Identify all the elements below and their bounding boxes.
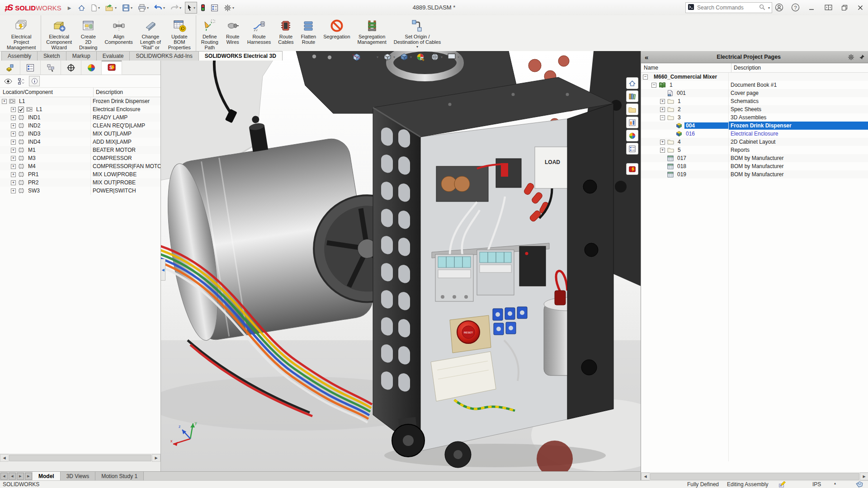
- tree-item-description[interactable]: Cover page: [728, 89, 868, 97]
- tree-item-description[interactable]: BOM by Manufacturer: [728, 162, 868, 170]
- redo-button[interactable]: ▾: [169, 2, 183, 13]
- ribbon-button-route-cables[interactable]: Route Cables: [274, 17, 297, 45]
- tree-row-1-document-book-1[interactable]: −1Document Book #1: [641, 81, 868, 89]
- tree-row-m3-compressor[interactable]: +M3COMPRESSOR: [0, 154, 160, 162]
- tree-row-3-3d-assemblies[interactable]: −33D Assemblies: [641, 113, 868, 122]
- scroll-right-arrow-icon[interactable]: ▶: [152, 454, 160, 462]
- settings-gear-button[interactable]: ▾: [222, 2, 236, 14]
- minimize-button[interactable]: [804, 0, 819, 15]
- tree-item-name[interactable]: IND2: [27, 122, 42, 129]
- tree-row-004-frozen-drink-dispenser[interactable]: 004Frozen Drink Dispenser: [641, 122, 868, 130]
- expand-toggle-icon[interactable]: +: [11, 188, 16, 193]
- property-manager-tab-tab[interactable]: [41, 61, 61, 75]
- tree-item-name[interactable]: L1: [18, 98, 26, 104]
- electrical-manager-tab-tab[interactable]: S: [102, 61, 122, 75]
- ribbon-button-flatten-route[interactable]: Flatten Route: [297, 17, 320, 45]
- tab-solidworks-electrical-3d[interactable]: SOLIDWORKS Electrical 3D: [198, 51, 283, 61]
- tab-3d-views[interactable]: 3D Views: [61, 472, 95, 481]
- ribbon-button-segregation[interactable]: Segregation: [320, 17, 354, 40]
- tree-item-name[interactable]: 001: [675, 90, 687, 96]
- scrollbar-thumb[interactable]: [650, 473, 859, 480]
- tree-row-ind3-mix-out-lamp[interactable]: +IND3MIX OUT|LAMP: [0, 130, 160, 138]
- column-name[interactable]: Name: [641, 63, 731, 72]
- tree-item-description[interactable]: [728, 73, 868, 81]
- right-panel-horizontal-scrollbar[interactable]: ◀ ▶: [641, 472, 868, 480]
- tab-markup[interactable]: Markup: [66, 51, 97, 61]
- restore-window-button[interactable]: [837, 0, 852, 15]
- tree-item-description[interactable]: Frozen Drink Dispenser: [728, 122, 868, 130]
- panel-splitter-handle[interactable]: ◀: [160, 259, 165, 281]
- tree-item-name[interactable]: 019: [676, 171, 688, 178]
- ribbon-button-align-components[interactable]: Align Components: [101, 17, 136, 45]
- tree-display-button[interactable]: [16, 76, 27, 86]
- tree-item-description[interactable]: 3D Assemblies: [728, 113, 868, 122]
- apply-scene-button[interactable]: ▾: [430, 52, 443, 62]
- tag-icon[interactable]: [856, 481, 863, 488]
- tab-model[interactable]: Model: [33, 472, 61, 481]
- tree-item-name[interactable]: SW3: [27, 188, 41, 194]
- design-library-tab[interactable]: [626, 90, 638, 102]
- tree-row-m1-beater-motor[interactable]: +M1BEATER MOTOR: [0, 146, 160, 154]
- tree-item-description[interactable]: BEATER MOTOR: [90, 146, 160, 154]
- expand-toggle-icon[interactable]: +: [660, 99, 665, 104]
- previous-view-button[interactable]: [338, 52, 348, 62]
- tree-item-name[interactable]: PR2: [27, 179, 40, 186]
- tree-item-description[interactable]: MIX OUT|LAMP: [90, 130, 160, 138]
- expand-toggle-icon[interactable]: +: [11, 148, 16, 153]
- ribbon-button-electrical-component[interactable]: Electrical Component Wizard: [42, 17, 75, 51]
- units-caret-icon[interactable]: ▴: [834, 481, 836, 485]
- tab-assembly[interactable]: Assembly: [1, 51, 38, 61]
- expand-toggle-icon[interactable]: +: [11, 123, 16, 128]
- expand-toggle-icon[interactable]: +: [660, 148, 665, 153]
- appearances-tab[interactable]: [626, 130, 638, 141]
- tree-item-name[interactable]: M1: [27, 147, 37, 153]
- tree-row-m660-commercial-mixer-item[interactable]: −M660_Commercial Mixer: [641, 73, 868, 81]
- tree-item-description[interactable]: READY LAMP: [90, 113, 160, 122]
- zoom-to-area-button[interactable]: [324, 52, 334, 62]
- gear-icon[interactable]: [845, 54, 857, 61]
- tree-item-description[interactable]: Document Book #1: [728, 81, 868, 89]
- expand-toggle-icon[interactable]: +: [11, 172, 16, 177]
- tab-scroll-first-button[interactable]: ◀: [0, 473, 8, 480]
- section-view-button[interactable]: [352, 52, 362, 62]
- flyout-caret-icon[interactable]: ▾: [416, 45, 418, 49]
- scroll-left-arrow-icon[interactable]: ◀: [641, 473, 650, 480]
- ribbon-button-change-length-of[interactable]: Change Length of "Rail" or "Duct": [137, 17, 165, 56]
- zoom-to-fit-button[interactable]: [310, 52, 320, 62]
- tree-item-description[interactable]: Frozen Drink Dispenser: [90, 97, 160, 105]
- tree-item-name[interactable]: 016: [684, 131, 696, 137]
- select-cursor-button[interactable]: ▾: [185, 2, 197, 14]
- tree-item-name[interactable]: IND3: [27, 131, 42, 137]
- open-button[interactable]: ▾: [104, 2, 118, 14]
- tree-row-pr1-mix-low-probe[interactable]: +PR1MIX LOW|PROBE: [0, 170, 160, 178]
- tree-row-l1-frozen-drink-dispenser[interactable]: +L1Frozen Drink Dispenser: [0, 97, 160, 105]
- feature-manager-tab-tab[interactable]: [20, 61, 41, 75]
- status-units[interactable]: IPS: [812, 481, 821, 488]
- home-button[interactable]: [76, 2, 87, 14]
- undo-button[interactable]: ▾: [152, 2, 167, 13]
- tab-solidworks-add-ins[interactable]: SOLIDWORKS Add-Ins: [129, 51, 198, 61]
- tree-item-name[interactable]: IND4: [27, 139, 42, 145]
- tree-item-description[interactable]: Spec Sheets: [728, 105, 868, 113]
- tree-item-name[interactable]: 018: [676, 163, 688, 169]
- tree-item-description[interactable]: Electrical Enclosure: [728, 130, 868, 138]
- search-input[interactable]: [696, 4, 757, 11]
- electrical-tab-tab[interactable]: [626, 163, 638, 175]
- display-style-button[interactable]: ▾: [399, 52, 412, 62]
- tree-row-018-bom-by-manufacturer[interactable]: 018BOM by Manufacturer: [641, 162, 868, 170]
- tree-row-ind4-add-mix-lamp[interactable]: +IND4ADD MIX|LAMP: [0, 138, 160, 146]
- show-hide-eye-button[interactable]: [3, 76, 14, 86]
- expand-toggle-icon[interactable]: +: [660, 140, 665, 145]
- scroll-right-arrow-icon[interactable]: ▶: [860, 473, 868, 480]
- expand-toggle-icon[interactable]: +: [11, 131, 16, 136]
- view-orientation-button[interactable]: ▾: [382, 52, 395, 62]
- tree-item-description[interactable]: CLEAN REQ'D|LAMP: [90, 122, 160, 130]
- expand-toggle-icon[interactable]: +: [11, 156, 16, 161]
- tree-row-019-bom-by-manufacturer[interactable]: 019BOM by Manufacturer: [641, 170, 868, 178]
- tab-scroll-previous-button[interactable]: ◀: [9, 473, 16, 480]
- display-manager-tab-tab[interactable]: [81, 61, 102, 75]
- tab-motion-study-1[interactable]: Motion Study 1: [95, 472, 144, 481]
- 3d-viewport[interactable]: LOAD RESET: [160, 51, 641, 471]
- tree-item-description[interactable]: ADD MIX|LAMP: [90, 138, 160, 146]
- close-button[interactable]: [853, 0, 868, 15]
